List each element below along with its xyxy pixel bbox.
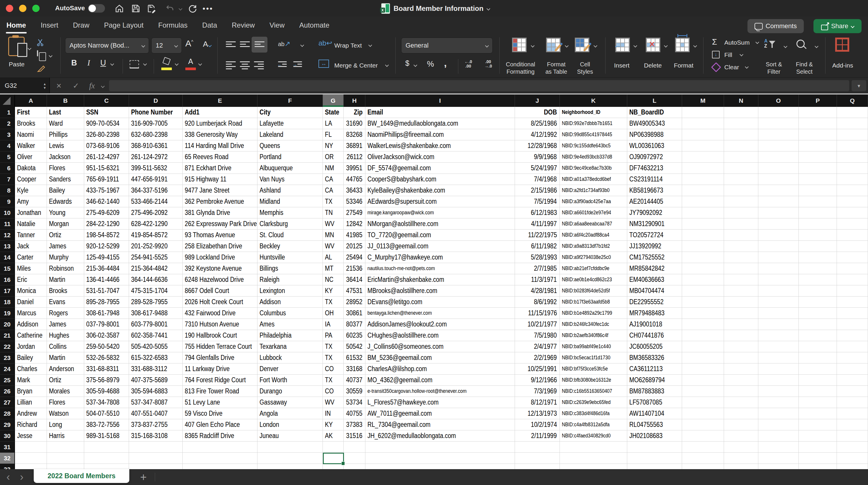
- cell-D28[interactable]: 407-551-0407: [129, 408, 183, 419]
- cell-J13[interactable]: 6/11/1982: [515, 241, 560, 252]
- delete-label[interactable]: Delete: [644, 62, 662, 69]
- cell-K1[interactable]: Neighborhood_ID: [560, 107, 627, 118]
- cell-K23[interactable]: NBID:bc5ecac1f1d1730: [560, 352, 627, 364]
- cell-K19[interactable]: NBID:b1e4892a29c1799: [560, 308, 627, 319]
- cell-C15[interactable]: 215-36-4484: [84, 263, 129, 274]
- cell-E29[interactable]: 407 Glen Echo Place: [183, 419, 257, 430]
- align-bottom-button-active[interactable]: [252, 37, 268, 53]
- cell-P28[interactable]: [799, 408, 837, 419]
- cell-F9[interactable]: Midland: [257, 196, 323, 207]
- column-header-P[interactable]: P: [799, 94, 837, 107]
- cell-P9[interactable]: [799, 196, 837, 207]
- cell-Q18[interactable]: [837, 296, 868, 308]
- cell-I11[interactable]: NMorgan@aolstillhere.com: [365, 219, 515, 230]
- cell-N7[interactable]: [724, 174, 758, 185]
- currency-button[interactable]: $: [405, 59, 409, 67]
- cell-O17[interactable]: [758, 285, 799, 296]
- row-header-28[interactable]: 28: [0, 408, 15, 419]
- cell-N12[interactable]: [724, 230, 758, 241]
- insert-chevron-icon[interactable]: [633, 44, 637, 48]
- column-header-H[interactable]: H: [344, 94, 365, 107]
- cell-M10[interactable]: [682, 207, 724, 219]
- cell-J20[interactable]: 10/21/1977: [515, 319, 560, 330]
- cell-H31[interactable]: [344, 441, 365, 453]
- cell-B9[interactable]: Edwards: [47, 196, 84, 207]
- cell-Q6[interactable]: [837, 163, 868, 174]
- paste-button[interactable]: [8, 37, 25, 56]
- cell-C33[interactable]: [84, 464, 129, 469]
- fill-color-button[interactable]: [161, 58, 173, 71]
- cell-H11[interactable]: 12842: [344, 219, 365, 230]
- cell-E4[interactable]: 114 Harding Mall Drive: [183, 140, 257, 151]
- cell-C23[interactable]: 532-26-5832: [84, 352, 129, 364]
- cell-G20[interactable]: IA: [323, 319, 344, 330]
- cell-E32[interactable]: [183, 453, 257, 464]
- redo-icon[interactable]: [187, 3, 198, 14]
- cell-Q31[interactable]: [837, 441, 868, 453]
- cell-C5[interactable]: 261-12-4297: [84, 151, 129, 163]
- cell-F1[interactable]: City: [257, 107, 323, 118]
- cell-C10[interactable]: 275-49-6209: [84, 207, 129, 219]
- cell-I24[interactable]: CharlesA@lilshop.com: [365, 364, 515, 375]
- borders-chevron-icon[interactable]: [143, 62, 147, 66]
- cell-O2[interactable]: [758, 118, 799, 129]
- cell-A4[interactable]: Walker: [15, 140, 47, 151]
- cell-Q26[interactable]: [837, 386, 868, 397]
- cell-F32[interactable]: [257, 453, 323, 464]
- cell-O4[interactable]: [758, 140, 799, 151]
- cell-F31[interactable]: [257, 441, 323, 453]
- cell-L7[interactable]: CS23191114: [627, 174, 682, 185]
- cell-K3[interactable]: NBID:99d855c41978445: [560, 129, 627, 140]
- cell-I17[interactable]: MBrooks@aolstillhere.com: [365, 285, 515, 296]
- cell-B15[interactable]: Robinson: [47, 263, 84, 274]
- cell-L22[interactable]: JC60055205: [627, 341, 682, 352]
- cell-G30[interactable]: AK: [323, 430, 344, 441]
- cell-Q7[interactable]: [837, 174, 868, 185]
- cell-Q20[interactable]: [837, 319, 868, 330]
- cell-J31[interactable]: [515, 441, 560, 453]
- cell-I29[interactable]: RL_7304@geemail.com: [365, 419, 515, 430]
- cell-P24[interactable]: [799, 364, 837, 375]
- cell-F14[interactable]: Huntsville: [257, 252, 323, 263]
- spinner-down-icon[interactable]: ▼: [43, 86, 46, 89]
- cell-A12[interactable]: Tanner: [15, 230, 47, 241]
- cell-J10[interactable]: 6/12/1983: [515, 207, 560, 219]
- cell-K20[interactable]: NBID:b246fc340fec1dc: [560, 319, 627, 330]
- cell-Q30[interactable]: [837, 430, 868, 441]
- row-header-3[interactable]: 3: [0, 129, 15, 140]
- cell-Q13[interactable]: [837, 241, 868, 252]
- format-as-table-icon[interactable]: [546, 37, 561, 52]
- cell-J33[interactable]: [515, 464, 560, 469]
- cell-L5[interactable]: OJ90972972: [627, 151, 682, 163]
- cell-L9[interactable]: AE20144405: [627, 196, 682, 207]
- cell-B31[interactable]: [47, 441, 84, 453]
- align-left-button[interactable]: [226, 61, 236, 69]
- cell-F12[interactable]: St. Cloud: [257, 230, 323, 241]
- cell-M1[interactable]: [682, 107, 724, 118]
- cell-M32[interactable]: [682, 453, 724, 464]
- cell-L14[interactable]: CM17525552: [627, 252, 682, 263]
- cell-C3[interactable]: 326-80-2398: [84, 129, 129, 140]
- cell-G23[interactable]: TX: [323, 352, 344, 364]
- cell-C6[interactable]: 951-15-6321: [84, 163, 129, 174]
- cell-M5[interactable]: [682, 151, 724, 163]
- undo-dropdown-chevron-icon[interactable]: [175, 3, 186, 14]
- cell-J8[interactable]: 2/15/1986: [515, 185, 560, 196]
- cell-P7[interactable]: [799, 174, 837, 185]
- cell-N25[interactable]: [724, 375, 758, 386]
- add-ins-icon[interactable]: [835, 37, 849, 52]
- cell-K28[interactable]: NBID:c383d4f486d16fa: [560, 408, 627, 419]
- row-header-9[interactable]: 9: [0, 196, 15, 207]
- tab-review[interactable]: Review: [231, 19, 255, 31]
- cell-I27[interactable]: L_Flores57@hawkeye.com: [365, 397, 515, 408]
- cell-H13[interactable]: 20125: [344, 241, 365, 252]
- cell-D6[interactable]: 399-511-5632: [129, 163, 183, 174]
- cell-B19[interactable]: Rogers: [47, 308, 84, 319]
- column-header-F[interactable]: F: [257, 94, 323, 107]
- cell-I13[interactable]: JJ_0113@geemail.com: [365, 241, 515, 252]
- cell-C8[interactable]: 433-75-1967: [84, 185, 129, 196]
- cell-L1[interactable]: NB_BoardID: [627, 107, 682, 118]
- cell-O25[interactable]: [758, 375, 799, 386]
- column-header-A[interactable]: A: [15, 94, 47, 107]
- cell-H12[interactable]: 41985: [344, 230, 365, 241]
